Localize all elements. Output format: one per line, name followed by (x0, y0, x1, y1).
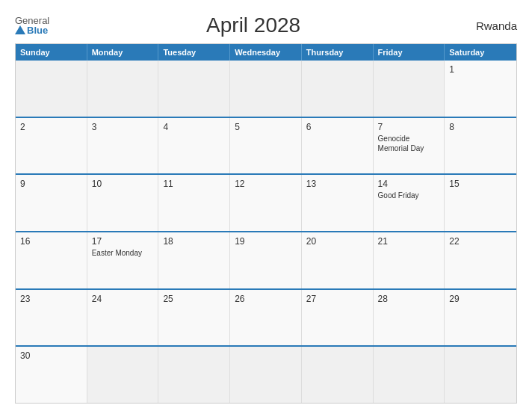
cell-w2-sat: 8 (445, 118, 516, 174)
header-tuesday: Tuesday (158, 44, 230, 61)
cell-w5-sun: 23 (16, 290, 87, 346)
cell-w5-fri: 28 (374, 290, 445, 346)
calendar-title: April 2028 (49, 13, 457, 37)
event-easter-monday: Easter Monday (92, 248, 154, 258)
cell-w4-wed: 19 (230, 232, 302, 288)
day-16: 16 (20, 236, 82, 247)
cell-w2-sun: 2 (16, 118, 87, 174)
header-thursday: Thursday (302, 44, 374, 61)
day-21: 21 (378, 236, 440, 247)
cell-w6-sat (445, 347, 516, 403)
cell-w6-tue (158, 347, 230, 403)
cell-w4-fri: 21 (374, 232, 445, 288)
day-30: 30 (20, 350, 82, 361)
day-13: 13 (306, 179, 368, 189)
calendar-body: 1 2 3 4 5 6 (16, 61, 516, 403)
cell-w1-fri (374, 61, 445, 117)
week-4: 16 17 Easter Monday 18 19 20 21 (16, 231, 516, 288)
day-9: 9 (20, 179, 82, 189)
week-1: 1 (16, 61, 516, 117)
cell-w3-thu: 13 (302, 175, 374, 231)
day-18: 18 (163, 236, 225, 247)
event-genocide-memorial: GenocideMemorial Day (378, 134, 440, 153)
calendar: Sunday Monday Tuesday Wednesday Thursday… (15, 43, 517, 404)
cell-w4-mon: 17 Easter Monday (87, 232, 159, 288)
cell-w5-mon: 24 (87, 290, 159, 346)
cell-w3-tue: 11 (158, 175, 230, 231)
week-5: 23 24 25 26 27 28 29 (16, 288, 516, 346)
day-23: 23 (20, 294, 82, 304)
day-1: 1 (449, 64, 512, 75)
week-3: 9 10 11 12 13 14 Good Friday (16, 173, 516, 231)
cell-w4-sun: 16 (16, 232, 87, 288)
cell-w2-fri: 7 GenocideMemorial Day (374, 118, 445, 174)
day-4: 4 (163, 122, 225, 132)
cell-w1-sun (16, 61, 87, 117)
week-2: 2 3 4 5 6 7 GenocideMemorial Day (16, 117, 516, 174)
header-friday: Friday (374, 44, 445, 61)
cell-w3-fri: 14 Good Friday (374, 175, 445, 231)
day-2: 2 (20, 122, 82, 132)
calendar-header-row: Sunday Monday Tuesday Wednesday Thursday… (16, 44, 516, 61)
header-wednesday: Wednesday (230, 44, 302, 61)
country-label: Rwanda (457, 19, 517, 32)
day-24: 24 (92, 294, 154, 304)
page: General Blue April 2028 Rwanda Sunday Mo… (0, 0, 532, 411)
cell-w6-fri (374, 347, 445, 403)
cell-w4-tue: 18 (158, 232, 230, 288)
cell-w2-wed: 5 (230, 118, 302, 174)
day-7: 7 (378, 122, 440, 132)
day-25: 25 (163, 294, 225, 304)
day-6: 6 (306, 122, 368, 132)
cell-w1-sat: 1 (445, 61, 516, 117)
cell-w3-mon: 10 (87, 175, 159, 231)
cell-w6-wed (230, 347, 302, 403)
day-12: 12 (235, 179, 297, 189)
cell-w5-tue: 25 (158, 290, 230, 346)
logo-triangle-icon (15, 25, 25, 34)
logo: General Blue (15, 16, 49, 35)
cell-w5-thu: 27 (302, 290, 374, 346)
cell-w5-sat: 29 (445, 290, 516, 346)
day-14: 14 (378, 179, 440, 189)
day-20: 20 (306, 236, 368, 247)
cell-w4-sat: 22 (445, 232, 516, 288)
day-29: 29 (449, 294, 512, 304)
cell-w6-mon (87, 347, 159, 403)
header-monday: Monday (87, 44, 159, 61)
cell-w1-tue (158, 61, 230, 117)
cell-w1-mon (87, 61, 159, 117)
day-15: 15 (449, 179, 512, 189)
day-26: 26 (235, 294, 297, 304)
cell-w2-tue: 4 (158, 118, 230, 174)
cell-w2-mon: 3 (87, 118, 159, 174)
day-28: 28 (378, 294, 440, 304)
day-17: 17 (92, 236, 154, 247)
cell-w3-sun: 9 (16, 175, 87, 231)
cell-w6-thu (302, 347, 374, 403)
week-6: 30 (16, 345, 516, 403)
day-10: 10 (92, 179, 154, 189)
cell-w3-sat: 15 (445, 175, 516, 231)
cell-w3-wed: 12 (230, 175, 302, 231)
day-22: 22 (449, 236, 512, 247)
cell-w2-thu: 6 (302, 118, 374, 174)
logo-blue-text: Blue (15, 25, 48, 35)
cell-w4-thu: 20 (302, 232, 374, 288)
day-5: 5 (235, 122, 297, 132)
cell-w1-thu (302, 61, 374, 117)
day-3: 3 (92, 122, 154, 132)
day-27: 27 (306, 294, 368, 304)
header: General Blue April 2028 Rwanda (15, 13, 517, 37)
cell-w1-wed (230, 61, 302, 117)
header-saturday: Saturday (445, 44, 516, 61)
header-sunday: Sunday (16, 44, 87, 61)
day-11: 11 (163, 179, 225, 189)
cell-w6-sun: 30 (16, 347, 87, 403)
event-good-friday: Good Friday (378, 191, 440, 200)
cell-w5-wed: 26 (230, 290, 302, 346)
day-19: 19 (235, 236, 297, 247)
day-8: 8 (449, 122, 512, 132)
